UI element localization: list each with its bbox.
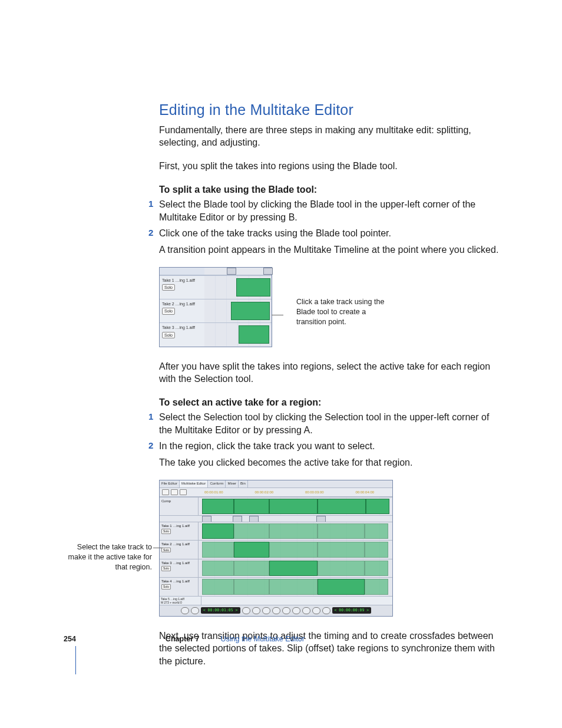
transport-button	[272, 607, 280, 614]
transport-button	[282, 607, 290, 614]
tab-conform: Conform	[208, 480, 226, 487]
tab-mixer: Mixer	[226, 480, 239, 487]
tool-button	[171, 489, 178, 495]
solo-button: Solo	[162, 284, 175, 291]
transport-button	[312, 607, 320, 614]
take-label: Take 5 …ing 1.aiff	[161, 597, 200, 601]
step-number: 2	[148, 440, 153, 452]
transport-button	[242, 607, 250, 614]
select-step-1: 1 Select the Selection tool by clicking …	[159, 411, 500, 436]
after-split-paragraph: After you have split the takes into regi…	[159, 360, 500, 386]
select-step-2: 2 In the region, click the take track yo…	[159, 440, 500, 453]
figure-selection-tool: File Editor Multitake Editor Conform Mix…	[159, 480, 393, 617]
intro-paragraph-1: Fundamentally, there are three steps in …	[159, 124, 500, 149]
transport-counter: < 00:00:01:05 >	[201, 607, 240, 614]
tool-button	[162, 489, 169, 495]
solo-button: Solo	[162, 308, 175, 314]
step-number: 2	[148, 227, 153, 239]
step-number: 1	[148, 411, 153, 423]
timecode: 00:00:01:00	[204, 490, 223, 495]
figure-callout: Click a take track using the Blade tool …	[296, 297, 391, 327]
heading-split: To split a take using the Blade tool:	[159, 183, 500, 196]
footer-rule	[75, 646, 76, 674]
take-label: Take 2 …ing 1.aiff	[162, 301, 202, 307]
intro-paragraph-2: First, you split the takes into regions …	[159, 160, 500, 173]
figure-blade-tool: Take 1 …ing 1.aiff Solo Take 2 …ing 1.ai…	[159, 267, 500, 347]
step-number: 1	[148, 198, 153, 210]
take-label: Take 3 …ing 1.aiff	[161, 561, 196, 565]
take-label: Take 4 …ing 1.aiff	[161, 579, 196, 584]
tab-multitake-editor: Multitake Editor	[180, 480, 208, 487]
callout-line	[272, 315, 283, 315]
transport-button	[322, 607, 330, 614]
transport-button	[181, 607, 189, 614]
solo-button: Solo	[161, 529, 171, 534]
figure-2-callout: Select the take track to make it the act…	[65, 542, 152, 572]
take-label: Take 1 …ing 1.aiff	[162, 278, 202, 283]
timecode: 00:00:04:00	[355, 490, 374, 495]
chapter-title: Using the Multitake Editor	[221, 634, 305, 644]
tool-button	[180, 489, 187, 495]
tab-bin: Bin	[239, 480, 248, 487]
transport-button	[252, 607, 260, 614]
solo-button: Solo	[161, 584, 171, 589]
timecode: 00:00:03:00	[305, 490, 324, 495]
tab-file-editor: File Editor	[160, 480, 180, 487]
comp-label: Comp	[161, 499, 196, 503]
solo-button: Solo	[161, 548, 171, 553]
take-label: Take 1 …ing 1.aiff	[161, 523, 196, 528]
transport-button	[262, 607, 270, 614]
transport-button	[302, 607, 310, 614]
page-number: 254	[64, 634, 76, 644]
transport-bar: < 00:00:01:05 > < 00:00:00:09 >	[160, 605, 392, 616]
page-footer: 254 Chapter 7 Using the Multitake Editor	[64, 634, 305, 644]
heading-select: To select an active take for a region:	[159, 396, 500, 409]
transport-button	[292, 607, 300, 614]
take-label: Take 2 …ing 1.aiff	[161, 542, 196, 546]
take-label: Take 3 …ing 1.aiff	[162, 325, 202, 330]
callout-line	[153, 548, 163, 548]
split-step-1: 1 Select the Blade tool by clicking the …	[159, 198, 500, 223]
step-text: Select the Selection tool by clicking th…	[159, 411, 500, 436]
split-step-2: 2 Click one of the take tracks using the…	[159, 227, 500, 240]
transport-button	[191, 607, 199, 614]
step-text: In the region, click the take track you …	[159, 440, 500, 453]
solo-button: Solo	[161, 566, 171, 571]
figure-screenshot: Take 1 …ing 1.aiff Solo Take 2 …ing 1.ai…	[159, 267, 272, 347]
chapter-label: Chapter 7	[166, 634, 200, 644]
split-followup: A transition point appears in the Multit…	[159, 243, 500, 256]
step-text: Select the Blade tool by clicking the Bl…	[159, 198, 500, 223]
timecode: 00:00:02:00	[254, 490, 273, 495]
page-title: Editing in the Multitake Editor	[159, 100, 500, 120]
transport-counter: < 00:00:00:09 >	[332, 607, 372, 614]
solo-button: Solo	[162, 332, 175, 338]
step-text: Click one of the take tracks using the B…	[159, 227, 500, 240]
select-followup: The take you clicked becomes the active …	[159, 456, 500, 469]
